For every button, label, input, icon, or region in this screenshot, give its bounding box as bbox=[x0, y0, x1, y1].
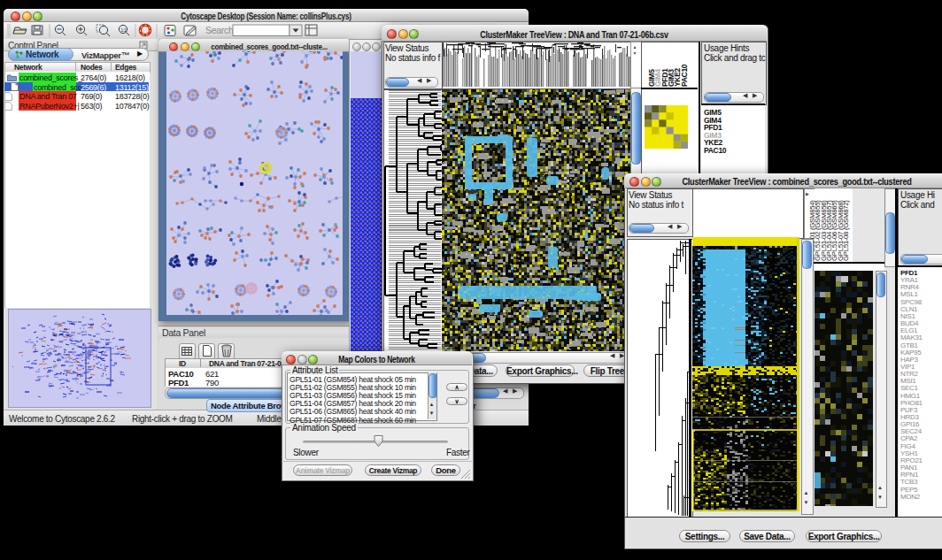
svg-text:1:1: 1:1 bbox=[121, 27, 127, 33]
svg-text:Search:: Search: bbox=[205, 25, 236, 35]
